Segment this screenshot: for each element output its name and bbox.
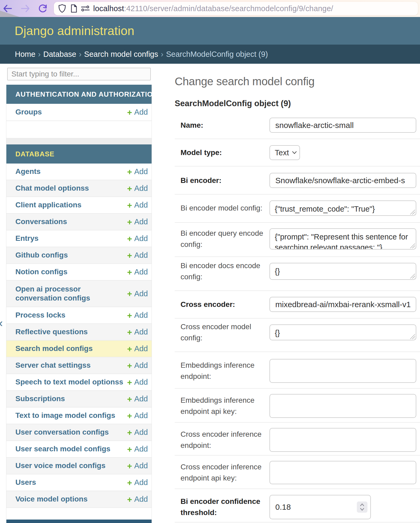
add-label: Add [134,311,148,320]
sidebar-link-search-model-configs[interactable]: Search model configs [15,344,127,353]
reload-icon [38,4,48,13]
cross-encoder-input[interactable] [269,297,416,312]
page-title: Change search model config [175,75,315,88]
breadcrumb-home[interactable]: Home [15,50,35,58]
back-icon [3,5,12,12]
breadcrumb: Home›Database›Search model configs›Searc… [0,45,420,64]
embeddings-inference-endpoint-input[interactable] [269,359,416,383]
object-title: SearchModelConfig object (9) [175,99,291,108]
bi-encoder-confidence-threshold-input[interactable] [269,495,371,519]
row-divider [175,388,420,389]
row-divider [175,422,420,423]
row-divider [175,194,420,195]
field-row-cross-encoder: Cross encoder: [0,297,420,312]
sidebar-filter-input[interactable] [7,68,151,80]
cross-encoder-inference-endpoint-input[interactable] [269,428,416,452]
permissions-icon[interactable] [81,4,90,13]
field-row-embeddings-inference-endpoint-api-key: Embeddings inference endpoint api key: [0,394,420,418]
add-plus-icon: + [127,218,132,226]
chevron-down-icon [292,151,297,154]
cross-encoder-inference-endpoint-api-key-input[interactable] [269,461,416,484]
add-search-model-configs-button[interactable]: +Add [127,344,148,353]
field-label-cross-encoder-inference-endpoint-api-key: Cross encoder inference endpoint api key… [181,461,273,484]
forward-button[interactable] [20,3,31,14]
field-label-bi-encoder-query-encode-config: Bi encoder query encode config: [181,228,273,250]
field-label-model-type: Model type: [181,147,273,158]
sidebar-caption-authentication-and-authorization: AUTHENTICATION AND AUTHORIZATION [6,85,152,104]
sidebar-item-github-configs[interactable]: Github configs+Add [6,247,152,264]
field-row-bi-encoder-docs-encode-config: Bi encoder docs encode config: [0,263,420,280]
add-label: Add [134,344,148,353]
bi-encoder-model-config-textarea[interactable] [269,200,416,216]
sidebar-next-section-edge [6,520,152,523]
field-label-name: Name: [181,120,273,131]
sidebar-item-search-model-configs[interactable]: Search model configs+Add [6,341,152,357]
row-divider [175,290,420,291]
breadcrumb-separator: › [158,50,166,58]
sidebar-item-conversations[interactable]: Conversations+Add [6,214,152,230]
add-conversations-button[interactable]: +Add [127,217,148,226]
url-path: :42110/server/admin/database/searchmodel… [124,4,333,13]
sidebar-collapse-toggle[interactable]: « [0,318,6,330]
field-label-bi-encoder-model-config: Bi encoder model config: [181,203,273,214]
add-plus-icon: + [127,251,132,260]
field-label-bi-encoder-docs-encode-config: Bi encoder docs encode config: [181,260,273,282]
field-row-bi-encoder-model-config: Bi encoder model config: [0,200,420,216]
row-divider [175,318,420,319]
bi-encoder-docs-encode-config-textarea[interactable] [269,263,416,280]
number-stepper[interactable] [357,501,367,513]
add-label: Add [134,108,148,117]
breadcrumb-search-model-configs[interactable]: Search model configs [84,50,158,58]
cross-encoder-model-config-textarea[interactable] [269,324,416,340]
breadcrumb-separator: › [35,50,43,58]
field-row-bi-encoder-query-encode-config: Bi encoder query encode config: [0,228,420,250]
add-groups-button[interactable]: +Add [127,108,148,117]
breadcrumb-separator: › [76,50,84,58]
selected-option-label: Text [275,148,289,157]
add-plus-icon: + [127,108,132,117]
field-label-cross-encoder-model-config: Cross encoder model config: [181,321,273,344]
row-divider [175,522,420,522]
sidebar-link-process-locks[interactable]: Process locks [15,311,127,320]
field-row-cross-encoder-model-config: Cross encoder model config: [0,324,420,340]
add-process-locks-button[interactable]: +Add [127,311,148,320]
add-github-configs-button[interactable]: +Add [127,251,148,260]
shield-icon[interactable] [58,4,67,13]
row-divider [175,351,420,352]
page-info-icon[interactable] [69,4,78,13]
model-type-select[interactable]: Text [269,145,300,160]
field-label-cross-encoder: Cross encoder: [181,299,273,310]
bi-encoder-query-encode-config-textarea[interactable] [269,228,416,250]
site-title[interactable]: Django administration [15,24,134,38]
field-row-cross-encoder-inference-endpoint-api-key: Cross encoder inference endpoint api key… [0,461,420,484]
sidebar-link-groups[interactable]: Groups [15,108,127,117]
stepper-up-icon [361,504,364,506]
url-host: localhost [93,4,124,13]
sidebar-link-conversations[interactable]: Conversations [15,217,127,226]
back-button[interactable] [2,3,13,14]
sidebar-link-github-configs[interactable]: Github configs [15,251,127,260]
row-divider [175,166,420,166]
browser-toolbar: localhost:42110/server/admin/database/se… [0,0,420,17]
address-bar[interactable]: localhost:42110/server/admin/database/se… [54,2,418,15]
breadcrumb-database[interactable]: Database [43,50,76,58]
field-row-embeddings-inference-endpoint: Embeddings inference endpoint: [0,359,420,383]
bi-encoder-input[interactable] [269,173,416,188]
field-label-embeddings-inference-endpoint-api-key: Embeddings inference endpoint api key: [181,395,273,417]
field-row-bi-encoder-confidence-threshold: Bi encoder confidence threshold: [0,495,420,519]
row-divider [175,488,420,489]
name-input[interactable] [269,118,416,133]
add-label: Add [134,217,148,226]
row-divider [175,139,420,139]
row-divider [175,222,420,223]
embeddings-inference-endpoint-api-key-input[interactable] [269,394,416,418]
field-label-bi-encoder-confidence-threshold: Bi encoder confidence threshold: [181,496,273,518]
reload-button[interactable] [37,3,49,14]
row-divider [175,256,420,257]
field-row-model-type: Model type:Text [0,145,420,160]
add-plus-icon: + [127,311,132,320]
field-row-bi-encoder: Bi encoder: [0,173,420,188]
add-label: Add [134,251,148,260]
add-plus-icon: + [127,345,132,353]
breadcrumb-searchmodelconfig-object-9: SearchModelConfig object (9) [166,50,268,58]
